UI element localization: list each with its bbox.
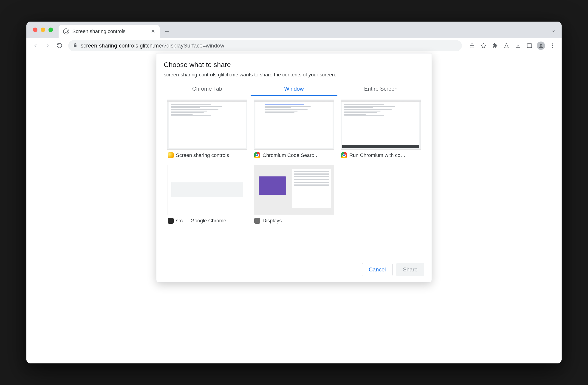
url-text: screen-sharing-controls.glitch.me/?displ… — [81, 42, 224, 49]
window-close-button[interactable] — [33, 28, 38, 32]
tab-window[interactable]: Window — [251, 82, 337, 96]
dialog-actions: Cancel Share — [164, 263, 424, 276]
labs-button[interactable] — [502, 41, 511, 51]
tab-close-button[interactable]: ✕ — [151, 28, 155, 34]
window-options-panel: Screen sharing controls Chromium Code Se… — [164, 96, 424, 257]
window-minimize-button[interactable] — [41, 28, 45, 32]
chrome-icon — [341, 152, 347, 158]
dialog-subtitle: screen-sharing-controls.glitch.me wants … — [164, 72, 424, 78]
browser-tab[interactable]: Screen sharing controls ✕ — [59, 25, 160, 38]
share-source-tabs: Chrome Tab Window Entire Screen — [164, 82, 424, 96]
reload-button[interactable] — [54, 41, 64, 51]
window-label: Run Chromium with co… — [349, 152, 406, 158]
window-label: Screen sharing controls — [176, 152, 229, 158]
window-maximize-button[interactable] — [48, 28, 53, 32]
tab-title: Screen sharing controls — [72, 28, 126, 34]
tab-strip: Screen sharing controls ✕ + — [26, 21, 562, 38]
downloads-button[interactable] — [513, 41, 523, 51]
avatar-icon — [537, 41, 545, 50]
window-thumbnail — [341, 99, 421, 150]
tab-overflow-button[interactable] — [548, 26, 558, 36]
window-option[interactable]: Chromium Code Searc… — [254, 99, 334, 159]
svg-marker-1 — [481, 43, 486, 48]
window-option[interactable]: src — Google Chrome… — [167, 165, 247, 224]
share-dialog: Choose what to share screen-sharing-cont… — [156, 53, 432, 282]
window-thumbnail — [254, 99, 334, 150]
page-content: Choose what to share screen-sharing-cont… — [26, 53, 562, 364]
globe-icon — [63, 28, 69, 34]
tab-entire-screen[interactable]: Entire Screen — [337, 82, 424, 96]
address-bar[interactable]: screen-sharing-controls.glitch.me/?displ… — [68, 40, 462, 51]
window-thumbnail — [167, 165, 247, 215]
svg-point-7 — [552, 47, 553, 48]
back-button[interactable] — [31, 41, 41, 51]
browser-window: Screen sharing controls ✕ + screen-shari… — [26, 21, 562, 364]
dialog-title: Choose what to share — [164, 61, 424, 69]
extensions-button[interactable] — [490, 41, 500, 51]
tab-chrome-tab[interactable]: Chrome Tab — [164, 82, 251, 96]
window-option[interactable]: Screen sharing controls — [167, 99, 247, 159]
svg-point-4 — [540, 44, 542, 46]
new-tab-button[interactable]: + — [162, 27, 172, 37]
window-label: Chromium Code Searc… — [263, 152, 319, 158]
window-option[interactable]: Displays — [254, 165, 334, 224]
lock-icon — [73, 42, 77, 49]
window-thumbnail — [167, 99, 247, 150]
share-page-button[interactable] — [467, 41, 477, 51]
window-label: src — Google Chrome… — [176, 218, 231, 224]
toolbar: screen-sharing-controls.glitch.me/?displ… — [26, 38, 562, 53]
svg-point-5 — [552, 43, 553, 44]
profile-button[interactable] — [536, 41, 546, 51]
svg-point-6 — [552, 45, 553, 46]
chrome-icon — [254, 152, 260, 158]
terminal-icon — [168, 218, 174, 224]
forward-button[interactable] — [42, 41, 53, 51]
share-button[interactable]: Share — [396, 263, 424, 276]
window-controls — [33, 28, 53, 32]
window-label: Displays — [263, 218, 282, 224]
side-panel-button[interactable] — [524, 41, 534, 51]
chrome-canary-icon — [168, 152, 174, 158]
menu-button[interactable] — [547, 41, 557, 51]
settings-icon — [254, 218, 260, 224]
svg-rect-2 — [527, 44, 532, 47]
window-option[interactable]: Run Chromium with co… — [341, 99, 421, 159]
bookmark-button[interactable] — [479, 41, 488, 51]
window-thumbnail — [254, 165, 334, 215]
cancel-button[interactable]: Cancel — [362, 263, 393, 276]
